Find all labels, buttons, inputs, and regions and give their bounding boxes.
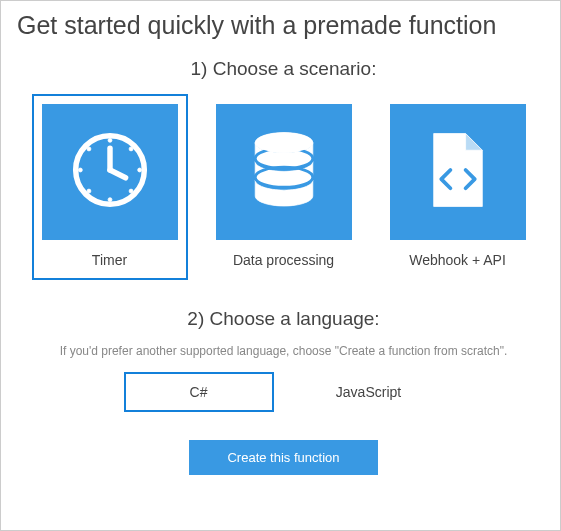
code-file-icon [427,132,489,212]
step2-heading: 2) Choose a language: [17,308,550,330]
language-option-csharp[interactable]: C# [124,372,274,412]
scenario-label: Webhook + API [409,252,506,268]
clock-icon [71,131,149,213]
scenario-label: Data processing [233,252,334,268]
svg-point-3 [108,138,112,142]
page-title: Get started quickly with a premade funct… [17,11,550,40]
svg-point-4 [108,198,112,202]
svg-point-6 [137,168,141,172]
svg-line-2 [110,170,126,178]
create-function-button[interactable]: Create this function [189,440,377,475]
database-icon [248,131,320,213]
scenario-card-webhook-api[interactable]: Webhook + API [380,94,536,280]
language-option-javascript[interactable]: JavaScript [294,372,444,412]
scenario-list: Timer Data processing [17,94,550,280]
scenario-tile [390,104,526,240]
svg-point-9 [86,189,90,193]
scenario-card-timer[interactable]: Timer [32,94,188,280]
svg-point-8 [129,147,133,151]
step1-heading: 1) Choose a scenario: [17,58,550,80]
scenario-card-data-processing[interactable]: Data processing [206,94,362,280]
language-hint: If you'd prefer another supported langua… [17,344,550,358]
svg-point-14 [255,133,313,153]
svg-point-7 [86,147,90,151]
svg-point-5 [78,168,82,172]
language-list: C# JavaScript [17,372,550,412]
svg-point-10 [129,189,133,193]
scenario-label: Timer [92,252,127,268]
scenario-tile [42,104,178,240]
scenario-tile [216,104,352,240]
